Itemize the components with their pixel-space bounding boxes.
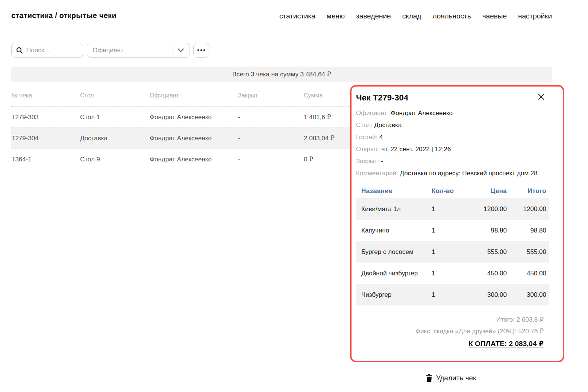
cell-table: Доставка — [80, 135, 150, 142]
waiter-filter-value: Официант — [92, 47, 173, 54]
cell-waiter: Фондрат Алексеенко — [150, 114, 238, 121]
field-comment: Комментарий: Доставка по адресу: Невский… — [356, 169, 546, 178]
checks-table-header: № чека Стол Официант Закрыт Сумма — [11, 85, 350, 106]
table-row[interactable]: T364-1 Стол 9 Фондрат Алексеенко - 0 ₽ — [11, 149, 350, 170]
discount-line: Фикс. скидка «Для друзей» (20%): 520,76 … — [356, 325, 544, 337]
field-guests: Гостей: 4 — [356, 133, 546, 141]
item-price: 450.00 — [467, 270, 507, 277]
nav-item-settings[interactable]: настройки — [518, 12, 552, 20]
cell-check-number: T279-304 — [11, 135, 80, 142]
chevron-down-icon — [177, 48, 184, 52]
item-name: Бургер с лососем — [361, 248, 432, 256]
list-item: Капучино 1 98.80 98.80 — [356, 220, 549, 241]
field-table: Стол: Доставка — [356, 121, 546, 129]
col-waiter: Официант — [150, 92, 238, 99]
field-value: Доставка по адресу: Невский проспект дом… — [400, 170, 538, 177]
search-input[interactable] — [26, 47, 79, 54]
waiter-filter-select[interactable]: Официант — [87, 43, 189, 58]
cell-sum: 2 083,04 ₽ — [304, 134, 350, 142]
items-table-header: Название Кол-во Цена Итого — [356, 184, 549, 198]
cell-table: Стол 9 — [80, 156, 150, 163]
summary-text: Всего 3 чека на сумму 3 484,64 ₽ — [232, 70, 331, 78]
item-name: Двойной чизбургер — [361, 270, 432, 277]
field-label: Закрыт: — [356, 158, 379, 165]
trash-icon — [426, 374, 432, 382]
search-icon — [16, 47, 23, 54]
col-table: Стол — [80, 92, 150, 99]
delete-check-button[interactable]: Удалить чек — [422, 371, 480, 385]
close-panel-button[interactable] — [535, 91, 547, 102]
item-qty: 1 — [432, 270, 467, 277]
col-item-price: Цена — [467, 187, 507, 195]
item-name: Киви/мята 1л — [361, 205, 432, 213]
subtotal-line: Итого: 2 603,8 ₽ — [356, 314, 544, 325]
field-value: чт, 22 сент. 2022 | 12:26 — [381, 146, 451, 153]
item-total: 300.00 — [507, 291, 546, 299]
cell-closed: - — [238, 156, 304, 163]
delete-row: Удалить чек — [350, 371, 552, 385]
toolbar-divider — [11, 61, 552, 61]
cell-sum: 1 401,6 ₽ — [304, 113, 350, 121]
check-details-panel: Чек T279-304 Официант: Фондрат Алексеенк… — [350, 85, 552, 348]
ellipsis-icon — [197, 49, 205, 51]
cell-table: Стол 1 — [80, 114, 150, 121]
table-row[interactable]: T279-303 Стол 1 Фондрат Алексеенко - 1 4… — [11, 106, 350, 128]
nav-item-loyalty[interactable]: лояльность — [432, 12, 471, 20]
item-name: Капучино — [361, 227, 432, 234]
field-label: Открыт: — [356, 146, 380, 153]
check-items-table: Название Кол-во Цена Итого Киви/мята 1л … — [356, 184, 549, 305]
more-options-button[interactable] — [193, 43, 209, 58]
cell-check-number: T364-1 — [11, 156, 80, 163]
totals-block: Итого: 2 603,8 ₽ Фикс. скидка «Для друзе… — [356, 314, 547, 348]
field-value: 4 — [379, 134, 383, 141]
field-opened: Открыт: чт, 22 сент. 2022 | 12:26 — [356, 145, 546, 153]
col-item-name: Название — [361, 187, 432, 195]
to-pay-line[interactable]: К ОПЛАТЕ: 2 083,04 ₽ — [468, 339, 544, 348]
col-item-qty: Кол-во — [432, 187, 467, 195]
field-value: - — [381, 158, 383, 165]
table-row-selected[interactable]: T279-304 Доставка Фондрат Алексеенко - 2… — [11, 128, 350, 149]
nav-item-stock[interactable]: склад — [402, 12, 421, 20]
field-waiter: Официант: Фондрат Алексеенко — [356, 109, 546, 117]
breadcrumb: статистика / открытые чеки — [11, 11, 117, 20]
item-total: 98.80 — [507, 227, 546, 234]
select-divider — [173, 46, 173, 55]
main-nav: статистика меню заведение склад лояльнос… — [279, 12, 552, 20]
item-qty: 1 — [432, 291, 467, 299]
item-price: 98.80 — [467, 227, 507, 234]
item-price: 555.00 — [467, 248, 507, 256]
col-closed: Закрыт — [238, 92, 304, 99]
checks-table: № чека Стол Официант Закрыт Сумма T279-3… — [11, 85, 350, 170]
col-check-number: № чека — [11, 92, 80, 99]
cell-waiter: Фондрат Алексеенко — [150, 156, 238, 163]
field-label: Комментарий: — [356, 170, 398, 177]
item-price: 1200.00 — [467, 205, 507, 213]
search-box[interactable] — [11, 43, 83, 58]
col-item-total: Итого — [507, 187, 546, 195]
summary-bar: Всего 3 чека на сумму 3 484,64 ₽ — [11, 67, 552, 82]
col-sum: Сумма — [304, 92, 350, 99]
field-label: Гостей: — [356, 134, 377, 141]
item-name: Чизбургер — [361, 291, 432, 299]
item-price: 300.00 — [467, 291, 507, 299]
nav-item-menu[interactable]: меню — [327, 12, 345, 20]
list-item: Киви/мята 1л 1 1200.00 1200.00 — [356, 198, 549, 220]
nav-item-venue[interactable]: заведение — [356, 12, 391, 20]
delete-check-label: Удалить чек — [436, 374, 476, 382]
nav-item-statistics[interactable]: статистика — [279, 12, 315, 20]
list-item: Бургер с лососем 1 555.00 555.00 — [356, 241, 549, 263]
field-label: Стол: — [356, 122, 373, 129]
nav-item-tips[interactable]: чаевые — [482, 12, 507, 20]
cell-sum: 0 ₽ — [304, 155, 350, 163]
list-item: Двойной чизбургер 1 450.00 450.00 — [356, 263, 549, 284]
cell-check-number: T279-303 — [11, 114, 80, 121]
field-label: Официант: — [356, 109, 389, 117]
field-value: Фондрат Алексеенко — [391, 109, 453, 117]
open-checks-page: статистика / открытые чеки статистика ме… — [0, 0, 588, 392]
item-qty: 1 — [432, 248, 467, 256]
field-closed: Закрыт: - — [356, 157, 546, 166]
cell-closed: - — [238, 114, 304, 121]
close-x-icon — [538, 96, 544, 101]
item-qty: 1 — [432, 205, 467, 213]
item-total: 450.00 — [507, 270, 546, 277]
